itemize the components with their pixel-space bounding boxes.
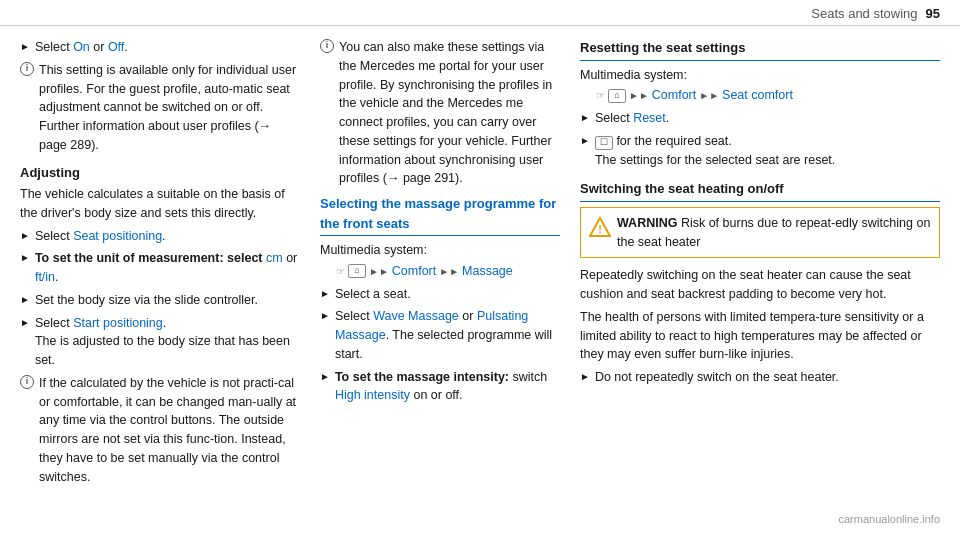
info-text-2: If the calculated by the vehicle is not … — [39, 374, 300, 487]
heating-section: Switching the seat heating on/off ! WARN… — [580, 179, 940, 387]
bullet-body-size: ► Set the body size via the slide contro… — [20, 291, 300, 310]
bullet-intensity-text: To set the massage intensity: switch Hig… — [335, 368, 560, 406]
unit-bold: To set the unit of measurement: select — [35, 251, 263, 265]
info-icon-mercedes: i — [320, 39, 334, 53]
info-text-1: This setting is available only for indiv… — [39, 61, 300, 155]
nav-home-icon-reset: ⌂ — [608, 89, 626, 103]
link-seat-positioning[interactable]: Seat positioning — [73, 229, 162, 243]
arrow-icon-3: ► — [20, 250, 30, 265]
bullet-unit-text: To set the unit of measurement: select c… — [35, 249, 300, 287]
resetting-multimedia-label: Multimedia system: — [580, 66, 940, 85]
bullet-required-seat: ► ☐ for the required seat.The settings f… — [580, 132, 940, 170]
warning-triangle-icon: ! — [589, 216, 611, 244]
watermark: carmanualonline.info — [838, 513, 940, 525]
arrow-icon-reset: ► — [580, 110, 590, 125]
nav-reset-comfort-link[interactable]: Comfort — [652, 86, 696, 105]
bullet-on-off-text: Select On or Off. — [35, 38, 128, 57]
nav-massage-link[interactable]: Massage — [462, 262, 513, 281]
info-block-1: i This setting is available only for ind… — [20, 61, 300, 155]
right-column: Resetting the seat settings Multimedia s… — [580, 38, 940, 492]
bullet-select-seat-text: Select a seat. — [335, 285, 411, 304]
bullet-select-seat: ► Select a seat. — [320, 285, 560, 304]
bullet-body-size-text: Set the body size via the slide controll… — [35, 291, 258, 310]
bullet-massage-type: ► Select Wave Massage or Pulsating Massa… — [320, 307, 560, 363]
link-ft-in[interactable]: ft/in — [35, 270, 55, 284]
info-icon-2: i — [20, 375, 34, 389]
intensity-bold: To set the massage intensity: — [335, 370, 509, 384]
arrow-icon-5: ► — [20, 315, 30, 330]
arrow-icon-8: ► — [320, 369, 330, 384]
link-reset[interactable]: Reset — [633, 111, 666, 125]
link-on[interactable]: On — [73, 40, 90, 54]
link-off[interactable]: Off — [108, 40, 124, 54]
header-title: Seats and stowing — [811, 6, 917, 21]
bullet-required-seat-text: ☐ for the required seat.The settings for… — [595, 132, 835, 170]
nav-double-arrow-reset-2: ►► — [699, 88, 719, 103]
content-area: ► Select On or Off. i This setting is av… — [0, 26, 960, 504]
resetting-title: Resetting the seat settings — [580, 38, 940, 61]
link-high-intensity[interactable]: High intensity — [335, 388, 410, 402]
bullet-unit-measurement: ► To set the unit of measurement: select… — [20, 249, 300, 287]
bullet-seat-positioning: ► Select Seat positioning. — [20, 227, 300, 246]
bullet-massage-type-text: Select Wave Massage or Pulsating Massage… — [335, 307, 560, 363]
nav-comfort-link[interactable]: Comfort — [392, 262, 436, 281]
adjusting-text: The vehicle calculates a suitable on the… — [20, 185, 300, 223]
massage-section-title: Selecting the massage programme for the … — [320, 194, 560, 236]
massage-multimedia-label: Multimedia system: — [320, 241, 560, 260]
bullet-select-reset: ► Select Reset. — [580, 109, 940, 128]
heating-title: Switching the seat heating on/off — [580, 179, 940, 202]
link-start-positioning[interactable]: Start positioning — [73, 316, 163, 330]
bullet-select-on-off: ► Select On or Off. — [20, 38, 300, 57]
arrow-icon-2: ► — [20, 228, 30, 243]
warning-box: ! WARNING Risk of burns due to repeat-ed… — [580, 207, 940, 259]
arrow-icon-seat: ► — [580, 133, 590, 148]
nav-double-arrow-reset-1: ►► — [629, 88, 649, 103]
bullet-dont-text: Do not repeatedly switch on the seat hea… — [595, 368, 839, 387]
info-icon-1: i — [20, 62, 34, 76]
warning-title-text: WARNING — [617, 216, 681, 230]
bullet-start-pos-text: Select Start positioning. The is adjuste… — [35, 314, 300, 370]
header-bar: Seats and stowing 95 — [0, 0, 960, 26]
nav-double-arrow-2: ►► — [439, 264, 459, 279]
nav-arrow-massage: ☞ — [336, 264, 345, 279]
header-page: 95 — [926, 6, 940, 21]
svg-text:!: ! — [598, 223, 602, 235]
bullet-seat-pos-text: Select Seat positioning. — [35, 227, 166, 246]
arrow-icon-1: ► — [20, 39, 30, 54]
link-wave-massage[interactable]: Wave Massage — [373, 309, 459, 323]
left-column: ► Select On or Off. i This setting is av… — [20, 38, 300, 492]
arrow-icon-dont: ► — [580, 369, 590, 384]
bullet-massage-intensity: ► To set the massage intensity: switch H… — [320, 368, 560, 406]
heating-detail-1: Repeatedly switching on the seat heater … — [580, 266, 940, 304]
link-cm[interactable]: cm — [266, 251, 283, 265]
bullet-start-positioning: ► Select Start positioning. The is adjus… — [20, 314, 300, 370]
arrow-icon-6: ► — [320, 286, 330, 301]
bullet-reset-text: Select Reset. — [595, 109, 669, 128]
nav-arrow-reset: ☞ — [596, 88, 605, 103]
nav-seat-comfort-link[interactable]: Seat comfort — [722, 86, 793, 105]
nav-double-arrow-1: ►► — [369, 264, 389, 279]
page-container: Seats and stowing 95 ► Select On or Off.… — [0, 0, 960, 533]
arrow-icon-4: ► — [20, 292, 30, 307]
info-block-2: i If the calculated by the vehicle is no… — [20, 374, 300, 487]
required-seat-label: for the required seat.The settings for t… — [595, 134, 835, 167]
start-pos-sub: The is adjusted to the body size that ha… — [35, 334, 290, 367]
heating-detail-2: The health of persons with limited tempe… — [580, 308, 940, 364]
seat-icon-box: ☐ — [595, 136, 613, 150]
reset-nav-sequence: ☞ ⌂ ►► Comfort ►► Seat comfort — [596, 86, 940, 105]
bullet-dont-switch: ► Do not repeatedly switch on the seat h… — [580, 368, 940, 387]
info-mercedes-text: You can also make these settings via the… — [339, 38, 560, 188]
warning-content: WARNING Risk of burns due to repeat-edly… — [617, 214, 931, 252]
resetting-section: Resetting the seat settings Multimedia s… — [580, 38, 940, 169]
middle-column: i You can also make these settings via t… — [320, 38, 560, 492]
nav-home-icon-massage: ⌂ — [348, 264, 366, 278]
info-block-mercedes: i You can also make these settings via t… — [320, 38, 560, 188]
massage-nav-sequence: ☞ ⌂ ►► Comfort ►► Massage — [336, 262, 560, 281]
adjusting-heading: Adjusting — [20, 163, 300, 183]
arrow-icon-7: ► — [320, 308, 330, 323]
